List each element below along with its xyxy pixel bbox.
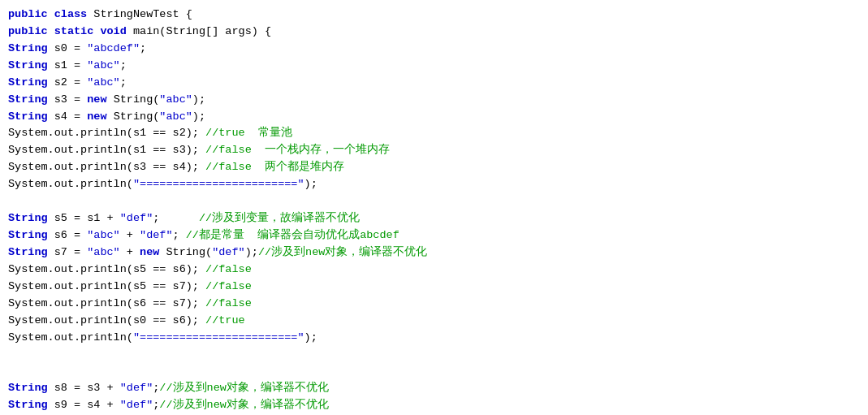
code-text: System.out.println(s5 == s6);: [8, 262, 205, 279]
code-viewer: public class StringNewTest { public stat…: [0, 0, 868, 415]
code-line: String s4 = new String("abc");: [0, 109, 868, 126]
string-literal: "def": [140, 227, 173, 244]
code-line: [0, 363, 868, 380]
code-line: String s7 = "abc" + new String("def");//…: [0, 244, 868, 262]
string-literal: "abc": [87, 227, 120, 244]
code-text: );: [192, 92, 205, 109]
code-line: System.out.println(s1 == s3); //false 一个…: [0, 142, 868, 159]
code-text: ;: [120, 75, 127, 92]
code-text: String(: [159, 244, 212, 262]
comment: //都是常量 编译器会自动优化成abcdef: [186, 227, 399, 244]
code-text: StringNewTest {: [87, 6, 192, 24]
code-text: System.out.println(: [8, 176, 133, 193]
code-text: ;: [120, 58, 127, 75]
string-literal: "def": [120, 397, 153, 414]
code-line: [0, 346, 868, 363]
keyword: public class: [8, 6, 87, 24]
code-text: );: [192, 109, 205, 126]
code-text: main(String[] args) {: [127, 24, 271, 41]
comment: //false: [205, 279, 252, 296]
code-text: ;: [140, 41, 146, 58]
keyword: new: [87, 109, 106, 126]
code-line: String s8 = s3 + "def";//涉及到new对象，编译器不优化: [0, 380, 868, 397]
code-line: System.out.println(s3 == s4); //false 两个…: [0, 159, 868, 176]
code-text: System.out.println(s1 == s3);: [8, 142, 205, 159]
keyword: String: [8, 41, 48, 58]
keyword: new: [140, 244, 159, 262]
keyword: String: [8, 92, 48, 109]
string-literal: "def": [120, 210, 153, 227]
code-text: +: [120, 227, 140, 244]
code-text: );: [245, 244, 258, 262]
code-line: System.out.println(s1 == s2); //true 常量池: [0, 125, 868, 142]
code-line: String s9 = s4 + "def";//涉及到new对象，编译器不优化: [0, 397, 868, 414]
code-text: +: [120, 244, 140, 262]
keyword: String: [8, 75, 48, 92]
code-text: s1 =: [48, 58, 88, 75]
comment: //true 常量池: [205, 125, 292, 142]
code-text: System.out.println(: [8, 330, 133, 347]
keyword: String: [8, 380, 48, 397]
comment: //false: [205, 296, 252, 313]
code-text: System.out.println(s3 == s4);: [8, 159, 205, 176]
comment: //true: [205, 313, 245, 330]
string-literal: "def": [120, 380, 153, 397]
code-line: System.out.println(s0 == s6); //true: [0, 313, 868, 330]
code-text: s5 = s1 +: [48, 210, 120, 227]
keyword: String: [8, 109, 48, 126]
code-text: s7 =: [48, 244, 88, 262]
code-line: public class StringNewTest {: [0, 6, 868, 24]
string-literal: "========================": [133, 176, 304, 193]
code-text: System.out.println(s1 == s2);: [8, 125, 205, 142]
code-text: s8 = s3 +: [48, 380, 120, 397]
code-text: System.out.println(s6 == s7);: [8, 296, 205, 313]
code-line: String s1 = "abc";: [0, 58, 868, 75]
code-text: ;: [153, 380, 159, 397]
code-text: System.out.println(s0 == s6);: [8, 313, 205, 330]
code-text: ;: [153, 397, 159, 414]
code-line: System.out.println("====================…: [0, 176, 868, 193]
keyword: String: [8, 58, 48, 75]
keyword: String: [8, 244, 48, 262]
code-line: String s2 = "abc";: [0, 75, 868, 92]
string-literal: "abc": [87, 58, 120, 75]
keyword: String: [8, 227, 48, 244]
code-text: s2 =: [48, 75, 88, 92]
code-line: System.out.println(s5 == s6); //false: [0, 262, 868, 279]
code-text: );: [304, 330, 317, 347]
comment: //false: [205, 262, 252, 279]
comment: //false 两个都是堆内存: [205, 159, 344, 176]
keyword: new: [87, 92, 106, 109]
keyword: String: [8, 397, 48, 414]
code-line: System.out.println(s5 == s7); //false: [0, 279, 868, 296]
code-text: s3 =: [48, 92, 88, 109]
comment: //false 一个栈内存，一个堆内存: [205, 142, 390, 159]
code-line: String s5 = s1 + "def"; //涉及到变量，故编译器不优化: [0, 210, 868, 227]
string-literal: "abc": [87, 244, 120, 262]
code-line: String s6 = "abc" + "def"; //都是常量 编译器会自动…: [0, 227, 868, 244]
code-text: String(: [107, 92, 160, 109]
code-text: );: [304, 176, 317, 193]
code-line: [0, 193, 868, 210]
code-text: ;: [153, 210, 199, 227]
string-literal: "abc": [159, 109, 192, 126]
code-text: s4 =: [48, 109, 88, 126]
keyword: String: [8, 210, 48, 227]
comment: //涉及到new对象，编译器不优化: [159, 380, 329, 397]
code-line: String s3 = new String("abc");: [0, 92, 868, 109]
comment: //涉及到new对象，编译器不优化: [159, 397, 329, 414]
string-literal: "abc": [159, 92, 192, 109]
keyword: public static void: [8, 24, 127, 41]
code-text: String(: [107, 109, 160, 126]
code-line: System.out.println(s6 == s7); //false: [0, 296, 868, 313]
code-text: ;: [173, 227, 186, 244]
code-text: s6 =: [48, 227, 88, 244]
string-literal: "abc": [87, 75, 120, 92]
comment: //涉及到new对象，编译器不优化: [258, 244, 428, 262]
string-literal: "abcdef": [87, 41, 140, 58]
code-line: String s0 = "abcdef";: [0, 41, 868, 58]
string-literal: "def": [212, 244, 245, 262]
code-text: s0 =: [48, 41, 88, 58]
code-line: public static void main(String[] args) {: [0, 24, 868, 41]
string-literal: "========================": [133, 330, 304, 347]
